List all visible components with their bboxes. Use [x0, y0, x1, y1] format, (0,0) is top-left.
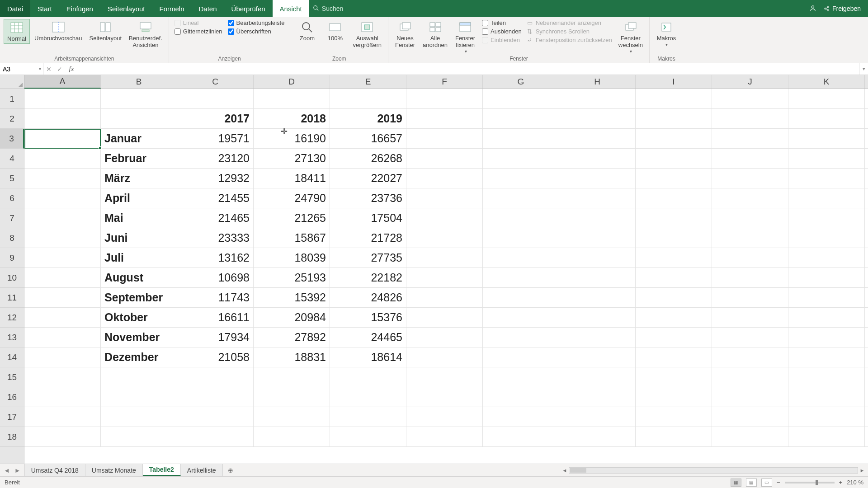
cell-I8[interactable]	[636, 228, 712, 248]
cell-I15[interactable]	[636, 367, 712, 387]
cell-F2[interactable]	[406, 109, 483, 128]
zoom-100-button[interactable]: 100%	[322, 19, 348, 43]
sheet-tab-tabelle2[interactable]: Tabelle2	[143, 464, 181, 476]
cell-I9[interactable]	[636, 248, 712, 267]
scroll-track[interactable]	[569, 467, 858, 474]
cell-H16[interactable]	[559, 387, 636, 407]
cell-I4[interactable]	[636, 149, 712, 168]
cell-D11[interactable]: 15392	[254, 288, 330, 307]
cell-D1[interactable]	[254, 89, 330, 108]
add-sheet-button[interactable]: ⊕	[223, 464, 238, 476]
cell-J10[interactable]	[712, 268, 788, 287]
tab-file[interactable]: Datei	[0, 0, 30, 17]
row-header-6[interactable]: 6	[0, 188, 24, 208]
cell-A15[interactable]	[24, 367, 101, 387]
new-window-button[interactable]: Neues Fenster	[392, 19, 418, 50]
view-break-preview-button[interactable]: Umbruchvorschau	[32, 19, 85, 43]
select-all-corner[interactable]	[0, 75, 24, 89]
cell-G2[interactable]	[483, 109, 559, 128]
cell-A17[interactable]	[24, 407, 101, 427]
row-header-7[interactable]: 7	[0, 208, 24, 228]
cell-F12[interactable]	[406, 308, 483, 327]
column-header-J[interactable]: J	[712, 75, 788, 89]
tab-review[interactable]: Überprüfen	[224, 0, 273, 17]
cell-E5[interactable]: 22027	[330, 169, 406, 188]
cell-G10[interactable]	[483, 268, 559, 287]
cell-C15[interactable]	[177, 367, 254, 387]
cell-K9[interactable]	[788, 248, 865, 267]
cell-H3[interactable]	[559, 129, 636, 148]
zoom-selection-button[interactable]: Auswahl vergrößern	[350, 19, 384, 50]
cell-G15[interactable]	[483, 367, 559, 387]
cell-I2[interactable]	[636, 109, 712, 128]
cell-G3[interactable]	[483, 129, 559, 148]
cell-C7[interactable]: 21465	[177, 208, 254, 228]
zoom-in-button[interactable]: +	[839, 479, 843, 486]
cell-H14[interactable]	[559, 347, 636, 367]
row-header-16[interactable]: 16	[0, 387, 24, 407]
cell-E14[interactable]: 18614	[330, 347, 406, 367]
cell-B6[interactable]: April	[101, 188, 177, 208]
column-header-F[interactable]: F	[406, 75, 483, 89]
sheet-nav[interactable]: ◄ ►	[0, 464, 25, 476]
cell-G5[interactable]	[483, 169, 559, 188]
cell-J11[interactable]	[712, 288, 788, 307]
cell-C10[interactable]: 10698	[177, 268, 254, 287]
cell-C1[interactable]	[177, 89, 254, 108]
cells-container[interactable]: 201720182019Januar195711619016657Februar…	[24, 89, 868, 464]
cell-I10[interactable]	[636, 268, 712, 287]
cell-E9[interactable]: 27735	[330, 248, 406, 267]
cell-I17[interactable]	[636, 407, 712, 427]
sheet-prev-icon[interactable]: ◄	[4, 467, 10, 474]
zoom-value[interactable]: 210 %	[847, 479, 863, 486]
cell-J17[interactable]	[712, 407, 788, 427]
cell-D12[interactable]: 20984	[254, 308, 330, 327]
fx-icon[interactable]: fx	[65, 65, 78, 73]
cell-E7[interactable]: 17504	[330, 208, 406, 228]
row-header-18[interactable]: 18	[0, 427, 24, 447]
cell-H5[interactable]	[559, 169, 636, 188]
cell-E4[interactable]: 26268	[330, 149, 406, 168]
cell-B10[interactable]: August	[101, 268, 177, 287]
cell-K11[interactable]	[788, 288, 865, 307]
cell-A1[interactable]	[24, 89, 101, 108]
cell-K7[interactable]	[788, 208, 865, 228]
cell-D16[interactable]	[254, 387, 330, 407]
column-header-H[interactable]: H	[559, 75, 636, 89]
column-header-C[interactable]: C	[177, 75, 254, 89]
cell-C5[interactable]: 12932	[177, 169, 254, 188]
cell-E1[interactable]	[330, 89, 406, 108]
cell-K15[interactable]	[788, 367, 865, 387]
cell-D7[interactable]: 21265	[254, 208, 330, 228]
cell-E10[interactable]: 22182	[330, 268, 406, 287]
cell-G4[interactable]	[483, 149, 559, 168]
cell-G6[interactable]	[483, 188, 559, 208]
column-header-I[interactable]: I	[636, 75, 712, 89]
cell-G14[interactable]	[483, 347, 559, 367]
cell-F7[interactable]	[406, 208, 483, 228]
cell-H17[interactable]	[559, 407, 636, 427]
cell-B16[interactable]	[101, 387, 177, 407]
sheet-tab-umsatz-q4-2018[interactable]: Umsatz Q4 2018	[25, 464, 85, 476]
cell-D2[interactable]: 2018	[254, 109, 330, 128]
tab-formulas[interactable]: Formeln	[152, 0, 192, 17]
cell-C2[interactable]: 2017	[177, 109, 254, 128]
cell-A5[interactable]	[24, 169, 101, 188]
name-box[interactable]: A3 ▾	[0, 63, 43, 75]
cell-A4[interactable]	[24, 149, 101, 168]
cell-D17[interactable]	[254, 407, 330, 427]
cell-C4[interactable]: 23120	[177, 149, 254, 168]
cell-J6[interactable]	[712, 188, 788, 208]
cell-G7[interactable]	[483, 208, 559, 228]
cell-J14[interactable]	[712, 347, 788, 367]
cell-D3[interactable]: 16190	[254, 129, 330, 148]
check-formula-bar[interactable]: Bearbeitungsleiste	[226, 19, 287, 27]
row-header-9[interactable]: 9	[0, 248, 24, 268]
cell-I7[interactable]	[636, 208, 712, 228]
zoom-out-button[interactable]: −	[777, 479, 780, 486]
cell-B18[interactable]	[101, 427, 177, 446]
check-split-input[interactable]	[482, 20, 488, 26]
cell-H7[interactable]	[559, 208, 636, 228]
cell-F13[interactable]	[406, 328, 483, 347]
tab-page-layout[interactable]: Seitenlayout	[100, 0, 152, 17]
